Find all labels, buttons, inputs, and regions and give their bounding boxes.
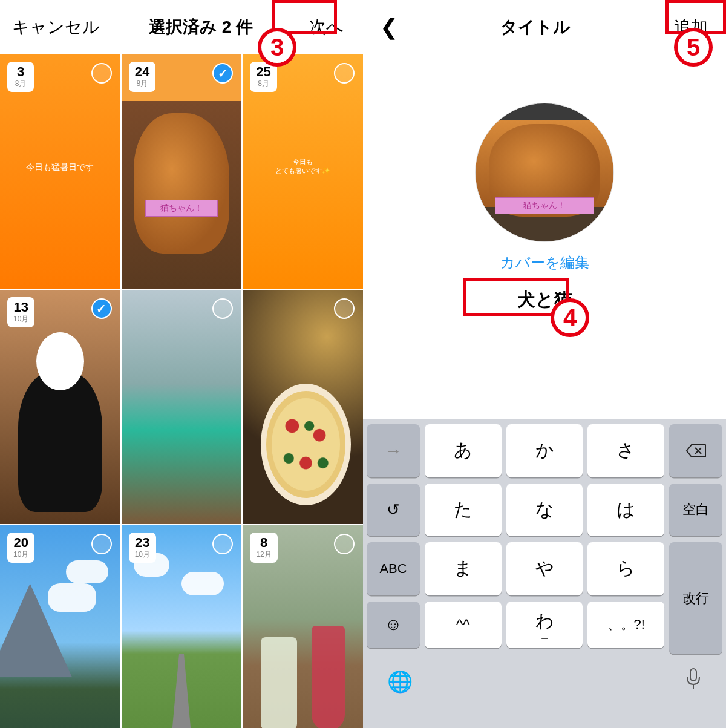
svg-rect-0 [690, 669, 696, 681]
key-ha[interactable]: は [587, 484, 664, 537]
select-circle[interactable] [212, 534, 233, 554]
title-screen: ❮ タイトル 追加 猫ちゃん！ カバーを編集 5 4 → あ か さ [363, 0, 726, 728]
annotation-step-4: 4 [551, 298, 589, 337]
mic-icon[interactable] [685, 667, 702, 695]
date-badge: 8 12月 [250, 533, 277, 563]
select-circle[interactable] [212, 298, 233, 319]
key-a[interactable]: あ [425, 424, 502, 477]
story-thumb[interactable]: 13 10月 [0, 290, 120, 524]
header-title: タイトル [500, 16, 571, 39]
story-thumb[interactable] [122, 290, 242, 524]
key-backspace[interactable] [669, 424, 722, 477]
key-space[interactable]: 空白 [669, 484, 722, 537]
cover-image[interactable]: 猫ちゃん！ [475, 103, 614, 242]
cancel-button[interactable]: キャンセル [12, 16, 100, 39]
date-badge: 24 8月 [129, 62, 155, 92]
annotation-step-5: 5 [674, 28, 713, 67]
keyboard-bottom-bar: 🌐 [367, 648, 722, 715]
story-thumb[interactable]: 20 10月 [0, 525, 120, 728]
select-circle-checked[interactable] [212, 63, 233, 84]
key-ra[interactable]: ら [587, 542, 664, 595]
story-thumb[interactable]: 3 8月 今日も猛暑日です [0, 54, 120, 289]
select-circle[interactable] [334, 63, 355, 84]
key-wa[interactable]: わー [506, 602, 583, 649]
key-ya[interactable]: や [506, 542, 583, 595]
key-next-candidate[interactable]: → [367, 424, 420, 477]
story-thumb[interactable]: 8 12月 [243, 525, 363, 728]
story-thumb[interactable]: 25 8月 今日も とても暑いです✨ [243, 54, 363, 289]
sticker-label: 猫ちゃん！ [145, 200, 217, 217]
key-ka[interactable]: か [506, 424, 583, 477]
key-kaomoji[interactable]: ^^ [425, 602, 502, 649]
backspace-icon [685, 444, 706, 458]
story-caption: 今日も猛暑日です [0, 162, 120, 173]
date-badge: 3 8月 [7, 62, 34, 92]
select-circle[interactable] [91, 63, 112, 84]
story-grid: 3 8月 今日も猛暑日です 24 8月 猫ちゃん！ 25 8月 今日も とても暑… [0, 54, 363, 728]
annotation-step-3: 3 [258, 28, 296, 67]
select-circle-checked[interactable] [91, 298, 112, 319]
key-abc[interactable]: ABC [367, 542, 420, 595]
key-emoji[interactable]: ☺ [367, 602, 420, 649]
ios-keyboard: → あ か さ ↺ た な は 空白 ABC ま や ら 改行 [363, 419, 726, 728]
edit-cover-link[interactable]: カバーを編集 [500, 253, 589, 272]
story-thumb[interactable]: 23 10月 [122, 525, 242, 728]
sticker-label: 猫ちゃん！ [495, 197, 594, 214]
selected-count-title: 選択済み 2 件 [149, 16, 253, 39]
back-button[interactable]: ❮ [375, 15, 403, 40]
key-ma[interactable]: ま [425, 542, 502, 595]
story-thumb[interactable]: 24 8月 猫ちゃん！ [122, 54, 242, 289]
select-circle[interactable] [334, 298, 355, 319]
story-caption: 今日も とても暑いです✨ [243, 157, 363, 175]
date-badge: 23 10月 [129, 533, 156, 563]
date-badge: 20 10月 [7, 533, 34, 563]
date-badge: 25 8月 [250, 62, 276, 92]
key-sa[interactable]: さ [587, 424, 664, 477]
key-undo[interactable]: ↺ [367, 484, 420, 537]
key-na[interactable]: な [506, 484, 583, 537]
select-circle[interactable] [91, 534, 112, 554]
key-ta[interactable]: た [425, 484, 502, 537]
key-punct[interactable]: 、。?! [587, 602, 664, 649]
globe-icon[interactable]: 🌐 [387, 669, 413, 694]
date-badge: 13 10月 [7, 297, 34, 327]
select-circle[interactable] [334, 534, 355, 554]
story-picker-screen: キャンセル 選択済み 2 件 次へ 3 8月 今日も猛暑日です 24 8月 猫ち… [0, 0, 363, 728]
story-thumb[interactable] [243, 290, 363, 524]
